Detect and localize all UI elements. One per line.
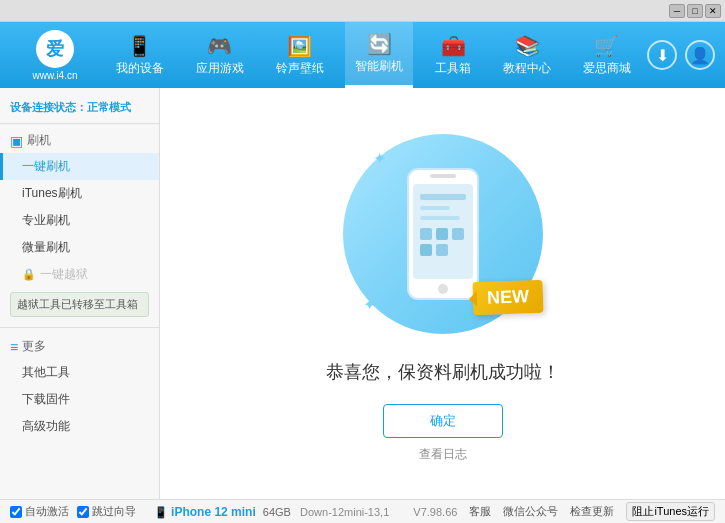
wechat-link[interactable]: 微信公众号 (503, 504, 558, 519)
download-btn[interactable]: ⬇ (647, 40, 677, 70)
nav-item-toolbox[interactable]: 🧰 工具箱 (425, 22, 481, 88)
status-label: 设备连接状态： (10, 101, 87, 113)
sidebar-item-advanced[interactable]: 高级功能 (0, 413, 159, 440)
svg-rect-8 (436, 228, 448, 240)
toolbox-icon: 🧰 (441, 34, 466, 58)
stop-itunes-btn[interactable]: 阻止iTunes运行 (626, 502, 715, 521)
sidebar-section-more: ≡ 更多 (0, 334, 159, 359)
sidebar-section-more-label: 更多 (22, 338, 46, 355)
main-area: 设备连接状态：正常模式 ▣ 刷机 一键刷机 iTunes刷机 专业刷机 微量刷机… (0, 88, 725, 499)
sidebar-divider (0, 327, 159, 328)
nav-item-mall-label: 爱思商城 (583, 60, 631, 77)
nav-item-tutorials[interactable]: 📚 教程中心 (493, 22, 561, 88)
secondary-link[interactable]: 查看日志 (419, 446, 467, 463)
sidebar-notice: 越狱工具已转移至工具箱 (10, 292, 149, 317)
logo-text: www.i4.cn (32, 70, 77, 81)
check-update-link[interactable]: 检查更新 (570, 504, 614, 519)
svg-rect-11 (436, 244, 448, 256)
svg-rect-3 (430, 174, 456, 178)
top-nav: 爱 www.i4.cn 📱 我的设备 🎮 应用游戏 🖼️ 铃声壁纸 🔄 智能刷机… (0, 22, 725, 88)
sparkle-3: ✦ (363, 295, 376, 314)
device-icon: 📱 (154, 506, 171, 518)
maximize-btn[interactable]: □ (687, 4, 703, 18)
nav-item-ringtones-label: 铃声壁纸 (276, 60, 324, 77)
svg-rect-9 (452, 228, 464, 240)
sidebar-item-download-firmware[interactable]: 下载固件 (0, 386, 159, 413)
svg-rect-4 (420, 194, 466, 200)
nav-right: ⬇ 👤 (647, 40, 715, 70)
bottom-left: 自动激活 跳过向导 📱 iPhone 12 mini 64GB Down-12m… (10, 504, 413, 519)
success-text: 恭喜您，保资料刷机成功啦！ (326, 360, 560, 384)
sidebar-section-flash-label: 刷机 (27, 132, 51, 149)
customer-service-link[interactable]: 客服 (469, 504, 491, 519)
minimize-btn[interactable]: ─ (669, 4, 685, 18)
nav-item-smart-flash[interactable]: 🔄 智能刷机 (345, 22, 413, 88)
sidebar-item-other-tools[interactable]: 其他工具 (0, 359, 159, 386)
auto-connect-checkbox[interactable]: 自动激活 (10, 504, 69, 519)
sidebar-item-free-flash[interactable]: 微量刷机 (0, 234, 159, 261)
status-value: 正常模式 (87, 101, 131, 113)
confirm-button[interactable]: 确定 (383, 404, 503, 438)
more-section-icon: ≡ (10, 339, 18, 355)
skip-wizard-label: 跳过向导 (92, 504, 136, 519)
skip-wizard-input[interactable] (77, 506, 89, 518)
bottom-bar: 自动激活 跳过向导 📱 iPhone 12 mini 64GB Down-12m… (0, 499, 725, 523)
logo-icon: 爱 (36, 30, 74, 68)
nav-items: 📱 我的设备 🎮 应用游戏 🖼️ 铃声壁纸 🔄 智能刷机 🧰 工具箱 📚 教程中… (100, 22, 647, 88)
svg-rect-5 (420, 206, 450, 210)
apps-games-icon: 🎮 (207, 34, 232, 58)
sidebar-item-itunes-flash[interactable]: iTunes刷机 (0, 180, 159, 207)
nav-item-apps-games-label: 应用游戏 (196, 60, 244, 77)
nav-item-tutorials-label: 教程中心 (503, 60, 551, 77)
lock-icon: 🔒 (22, 268, 36, 281)
tutorials-icon: 📚 (515, 34, 540, 58)
auto-connect-input[interactable] (10, 506, 22, 518)
nav-item-my-device-label: 我的设备 (116, 60, 164, 77)
close-btn[interactable]: ✕ (705, 4, 721, 18)
phone-illustration: ✦ ✦ ✦ NEW (333, 124, 553, 344)
svg-rect-7 (420, 228, 432, 240)
nav-item-mall[interactable]: 🛒 爱思商城 (573, 22, 641, 88)
sparkle-1: ✦ (373, 149, 386, 168)
mall-icon: 🛒 (594, 34, 619, 58)
sidebar-status: 设备连接状态：正常模式 (0, 96, 159, 124)
sparkle-2: ✦ (505, 159, 518, 178)
skip-wizard-checkbox[interactable]: 跳过向导 (77, 504, 136, 519)
svg-rect-10 (420, 244, 432, 256)
flash-section-icon: ▣ (10, 133, 23, 149)
ringtones-icon: 🖼️ (287, 34, 312, 58)
device-model: Down-12mini-13,1 (300, 506, 389, 518)
new-badge: NEW (472, 280, 543, 315)
content-area: ✦ ✦ ✦ NEW 恭喜您，保资料刷机成功啦！ 确定 查看日志 (160, 88, 725, 499)
nav-item-toolbox-label: 工具箱 (435, 60, 471, 77)
sidebar-item-one-click-flash[interactable]: 一键刷机 (0, 153, 159, 180)
nav-item-ringtones[interactable]: 🖼️ 铃声壁纸 (266, 22, 334, 88)
nav-item-apps-games[interactable]: 🎮 应用游戏 (186, 22, 254, 88)
user-btn[interactable]: 👤 (685, 40, 715, 70)
device-name: iPhone 12 mini (171, 505, 256, 519)
sidebar: 设备连接状态：正常模式 ▣ 刷机 一键刷机 iTunes刷机 专业刷机 微量刷机… (0, 88, 160, 499)
sidebar-item-pro-flash[interactable]: 专业刷机 (0, 207, 159, 234)
logo-area: 爱 www.i4.cn (10, 30, 100, 81)
sidebar-locked-jailbreak: 🔒 一键越狱 (0, 261, 159, 288)
svg-rect-6 (420, 216, 460, 220)
device-storage: 64GB (263, 506, 291, 518)
my-device-icon: 📱 (127, 34, 152, 58)
auto-connect-label: 自动激活 (25, 504, 69, 519)
title-bar: ─ □ ✕ (0, 0, 725, 22)
smart-flash-icon: 🔄 (367, 32, 392, 56)
nav-item-my-device[interactable]: 📱 我的设备 (106, 22, 174, 88)
itunes-status: 阻止iTunes运行 (626, 502, 715, 521)
bottom-right: V7.98.66 客服 微信公众号 检查更新 阻止iTunes运行 (413, 502, 715, 521)
version-text: V7.98.66 (413, 506, 457, 518)
device-info: 📱 iPhone 12 mini 64GB Down-12mini-13,1 (154, 505, 389, 519)
nav-item-smart-flash-label: 智能刷机 (355, 58, 403, 75)
sidebar-section-flash: ▣ 刷机 (0, 128, 159, 153)
svg-point-2 (438, 284, 448, 294)
